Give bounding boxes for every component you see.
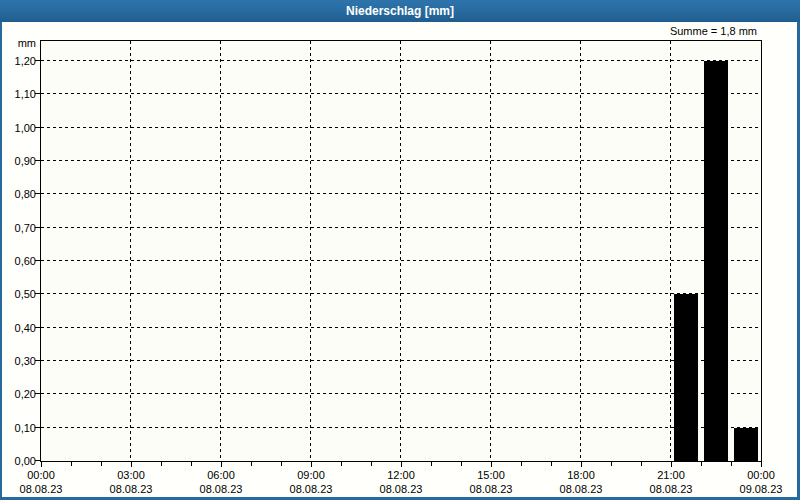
y-gridline — [41, 127, 761, 128]
x-axis-tick — [251, 462, 252, 466]
x-axis-tick — [131, 462, 132, 467]
precip-bar — [734, 428, 758, 461]
y-gridline — [41, 327, 761, 328]
x-axis-tick — [341, 462, 342, 466]
x-axis-tick — [551, 462, 552, 466]
x-tick-time-label: 09:00 — [266, 469, 356, 481]
y-gridline — [41, 227, 761, 228]
x-axis-tick — [431, 462, 432, 466]
y-gridline — [41, 193, 761, 194]
x-tick-time-label: 15:00 — [446, 469, 536, 481]
y-tick-label: 1,10 — [0, 88, 36, 100]
x-axis-tick — [671, 462, 672, 467]
app-window: Niederschlag [mm] Summe = 1,8 mm mm 0,00… — [0, 0, 800, 500]
x-tick-time-label: 00:00 — [0, 469, 86, 481]
x-tick-time-label: 06:00 — [176, 469, 266, 481]
x-axis-tick — [371, 462, 372, 466]
x-axis-tick — [761, 462, 762, 467]
x-tick-time-label: 21:00 — [626, 469, 716, 481]
x-tick-date-label: 08.08.23 — [86, 483, 176, 495]
y-gridline — [41, 360, 761, 361]
y-gridline — [41, 93, 761, 94]
y-tick-label: 0,20 — [0, 388, 36, 400]
y-tick-label: 0,10 — [0, 422, 36, 434]
y-gridline — [41, 293, 761, 294]
y-tick-label: 1,00 — [0, 122, 36, 134]
x-axis-tick — [221, 462, 222, 467]
plot-area — [40, 40, 762, 462]
x-tick-date-label: 08.08.23 — [0, 483, 86, 495]
y-tick-label: 1,20 — [0, 55, 36, 67]
x-gridline — [130, 41, 131, 461]
x-axis-tick — [191, 462, 192, 466]
x-tick-date-label: 08.08.23 — [356, 483, 446, 495]
x-axis-tick — [41, 462, 42, 467]
x-gridline — [310, 41, 311, 461]
y-axis-unit-label: mm — [0, 37, 36, 49]
y-gridline — [41, 427, 761, 428]
precip-bar — [674, 294, 698, 461]
x-tick-date-label: 08.08.23 — [626, 483, 716, 495]
window-title: Niederschlag [mm] — [346, 4, 454, 18]
y-gridline — [41, 260, 761, 261]
x-axis-tick — [401, 462, 402, 467]
y-tick-label: 0,30 — [0, 355, 36, 367]
x-axis-tick — [701, 462, 702, 466]
x-axis-tick — [461, 462, 462, 466]
x-axis-tick — [281, 462, 282, 466]
x-gridline — [490, 41, 491, 461]
y-gridline — [41, 393, 761, 394]
x-axis-tick — [101, 462, 102, 466]
y-tick-label: 0,50 — [0, 288, 36, 300]
window-border-left — [0, 22, 2, 500]
y-tick-label: 0,00 — [0, 455, 36, 467]
x-tick-date-label: 08.08.23 — [446, 483, 536, 495]
precip-bar — [704, 61, 728, 461]
x-tick-time-label: 18:00 — [536, 469, 626, 481]
x-axis-tick — [731, 462, 732, 466]
x-axis-tick — [641, 462, 642, 466]
x-tick-time-label: 00:00 — [716, 469, 800, 481]
x-axis-tick — [581, 462, 582, 467]
y-gridline — [41, 60, 761, 61]
sum-annotation: Summe = 1,8 mm — [457, 25, 757, 37]
x-axis-tick — [161, 462, 162, 466]
x-tick-date-label: 08.08.23 — [266, 483, 356, 495]
y-tick-label: 0,60 — [0, 255, 36, 267]
x-axis-tick — [71, 462, 72, 466]
y-tick-label: 0,90 — [0, 155, 36, 167]
x-tick-date-label: 08.08.23 — [536, 483, 626, 495]
y-tick-label: 0,80 — [0, 188, 36, 200]
x-axis-tick — [521, 462, 522, 466]
x-gridline — [220, 41, 221, 461]
x-tick-date-label: 08.08.23 — [176, 483, 266, 495]
x-tick-date-label: 09.08.23 — [716, 483, 800, 495]
x-gridline — [400, 41, 401, 461]
x-gridline — [670, 41, 671, 461]
y-tick-label: 0,70 — [0, 222, 36, 234]
x-tick-time-label: 12:00 — [356, 469, 446, 481]
x-gridline — [580, 41, 581, 461]
x-axis-tick — [491, 462, 492, 467]
window-titlebar: Niederschlag [mm] — [0, 0, 800, 22]
x-tick-time-label: 03:00 — [86, 469, 176, 481]
y-tick-label: 0,40 — [0, 322, 36, 334]
x-axis-tick — [311, 462, 312, 467]
x-axis-tick — [611, 462, 612, 466]
y-gridline — [41, 160, 761, 161]
